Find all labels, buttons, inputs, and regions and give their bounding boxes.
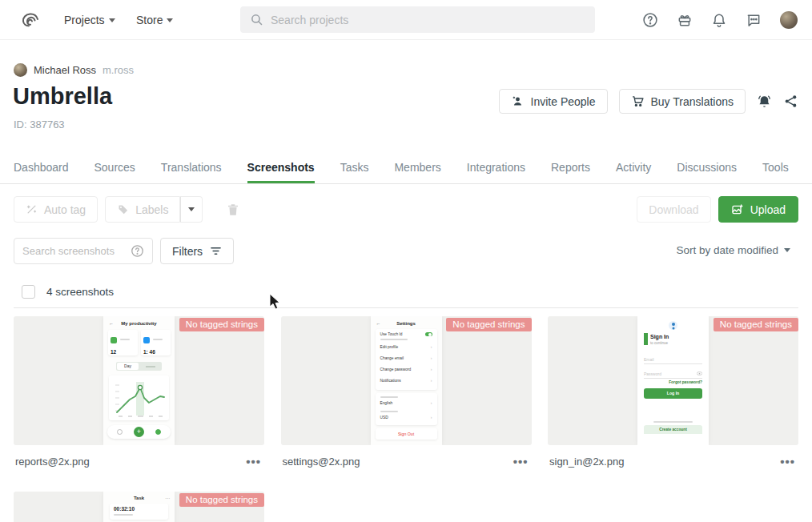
tab-members[interactable]: Members — [394, 152, 440, 183]
screenshot-thumbnail[interactable]: Task ⋯ 00:32:10 No tagged strings — [14, 492, 264, 522]
phone-mock-task: Task ⋯ 00:32:10 — [103, 492, 175, 522]
buy-translations-button[interactable]: Buy Translations — [619, 89, 746, 114]
stat-value: 1: 46 — [143, 349, 168, 355]
chevron-down-icon — [188, 207, 195, 211]
nav-projects-menu[interactable]: Projects — [64, 0, 115, 40]
download-button[interactable]: Download — [637, 196, 710, 223]
line-chart — [109, 375, 169, 420]
search-screenshots-box[interactable] — [14, 238, 153, 264]
tab-activity[interactable]: Activity — [616, 152, 651, 183]
person-plus-icon — [511, 94, 525, 108]
chevron-down-icon — [784, 248, 790, 252]
tab-reports[interactable]: Reports — [551, 152, 590, 183]
select-all-checkbox[interactable] — [22, 285, 35, 299]
toggle-on-icon — [425, 332, 432, 336]
screenshot-count: 4 screenshots — [46, 286, 114, 298]
mock-title: Task — [103, 496, 175, 500]
share-icon[interactable] — [783, 94, 798, 109]
messages-icon[interactable] — [746, 12, 762, 28]
screenshot-card-settings: ← Settings Use Touch Id Edit profile› Ch… — [281, 316, 532, 477]
cart-icon — [631, 94, 645, 108]
sort-dropdown[interactable]: Sort by date modified — [676, 244, 790, 256]
auto-tag-button[interactable]: Auto tag — [14, 196, 98, 223]
tab-discussions[interactable]: Discussions — [677, 152, 737, 183]
day-week-toggle: Day — [116, 362, 162, 371]
image-plus-icon — [731, 203, 744, 216]
invite-people-label: Invite People — [531, 95, 596, 108]
tab-sources[interactable]: Sources — [94, 152, 135, 183]
delete-trash-icon[interactable] — [226, 203, 240, 217]
filename-row: settings@2x.png ••• — [281, 445, 532, 477]
mock-subtitle: to continue — [650, 341, 668, 345]
card-menu-button[interactable]: ••• — [513, 455, 529, 468]
invite-people-button[interactable]: Invite People — [499, 89, 608, 114]
mock-title: Sign In — [650, 334, 669, 339]
project-owner-row[interactable]: Michael Ross m.ross — [14, 63, 134, 77]
check-icon — [155, 429, 161, 435]
screenshot-card-signin: Sign In to continue Email Password Forgo… — [548, 316, 798, 477]
create-account-button: Create account — [644, 425, 702, 434]
help-icon[interactable] — [642, 12, 658, 28]
labels-button-group: Labels — [105, 196, 203, 223]
eye-icon — [697, 371, 702, 375]
stat-card: 12 — [108, 330, 138, 355]
filter-row: Filters Sort by date modified — [14, 238, 798, 264]
card-menu-button[interactable]: ••• — [780, 455, 795, 468]
download-label: Download — [649, 203, 698, 216]
navbar-icons — [642, 0, 798, 40]
page-title: Umbrella — [13, 83, 112, 110]
upload-button[interactable]: Upload — [718, 196, 798, 223]
notifications-bell-icon[interactable] — [757, 94, 772, 109]
magic-wand-icon — [26, 203, 38, 215]
header-actions: Invite People Buy Translations — [499, 89, 798, 114]
tab-tasks[interactable]: Tasks — [340, 152, 369, 183]
tab-dashboard[interactable]: Dashboard — [14, 152, 69, 183]
screenshot-thumbnail[interactable]: ← Settings Use Touch Id Edit profile› Ch… — [281, 316, 532, 445]
nav-store-label: Store — [136, 14, 163, 26]
owner-name: Michael Ross — [34, 64, 96, 76]
timer-value: 00:32:10 — [114, 506, 135, 512]
screenshot-filename: sign_in@2x.png — [549, 456, 624, 468]
nav-store-menu[interactable]: Store — [136, 0, 173, 40]
phone-mock-signin: Sign In to continue Email Password Forgo… — [637, 316, 709, 445]
screenshot-thumbnail[interactable]: Sign In to continue Email Password Forgo… — [548, 316, 798, 445]
screenshot-filename: reports@2x.png — [15, 456, 90, 468]
tab-translations[interactable]: Translations — [161, 152, 222, 183]
mock-title: Settings — [371, 321, 442, 326]
filters-button[interactable]: Filters — [160, 238, 234, 264]
owner-avatar — [14, 63, 27, 77]
filename-row: reports@2x.png ••• — [14, 445, 264, 477]
phone-mock-reports: ← My productivity 12 1: 46 Day — [103, 316, 175, 445]
card-menu-button[interactable]: ••• — [246, 455, 261, 468]
tab-tools[interactable]: Tools — [762, 152, 789, 183]
top-navbar: Projects Store — [0, 0, 812, 40]
labels-dropdown-button[interactable] — [180, 196, 203, 223]
tag-icon — [117, 203, 129, 215]
timer-card: 00:32:10 — [110, 504, 168, 520]
gift-icon[interactable] — [677, 12, 693, 28]
toolbar-left: Auto tag Labels — [14, 196, 240, 223]
filter-lines-icon — [210, 246, 222, 256]
phone-mock-settings: ← Settings Use Touch Id Edit profile› Ch… — [371, 316, 442, 445]
chevron-down-icon — [167, 18, 173, 22]
ellipsis-icon: ⋯ — [165, 495, 170, 500]
user-avatar[interactable] — [780, 11, 798, 29]
screenshot-thumbnail[interactable]: ← My productivity 12 1: 46 Day — [14, 316, 264, 445]
bell-icon[interactable] — [711, 12, 727, 28]
tab-screenshots[interactable]: Screenshots — [247, 152, 315, 183]
screenshot-card-reports: ← My productivity 12 1: 46 Day — [14, 316, 264, 477]
labels-button[interactable]: Labels — [105, 196, 180, 223]
email-field: Email — [644, 355, 702, 364]
toggle-active-label: Day — [117, 363, 139, 370]
help-circle-icon[interactable] — [131, 244, 144, 258]
app-logo-icon[interactable] — [21, 10, 40, 30]
screenshot-filename: settings@2x.png — [283, 456, 360, 468]
bottom-nav-bar: + — [107, 425, 171, 439]
search-screenshots-input[interactable] — [22, 245, 126, 257]
tab-integrations[interactable]: Integrations — [467, 152, 525, 183]
selection-row: 4 screenshots — [14, 276, 798, 308]
search-projects-input[interactable] — [271, 14, 585, 26]
filters-label: Filters — [172, 245, 203, 258]
global-search[interactable] — [240, 6, 595, 33]
status-badge: No tagged strings — [446, 318, 531, 331]
